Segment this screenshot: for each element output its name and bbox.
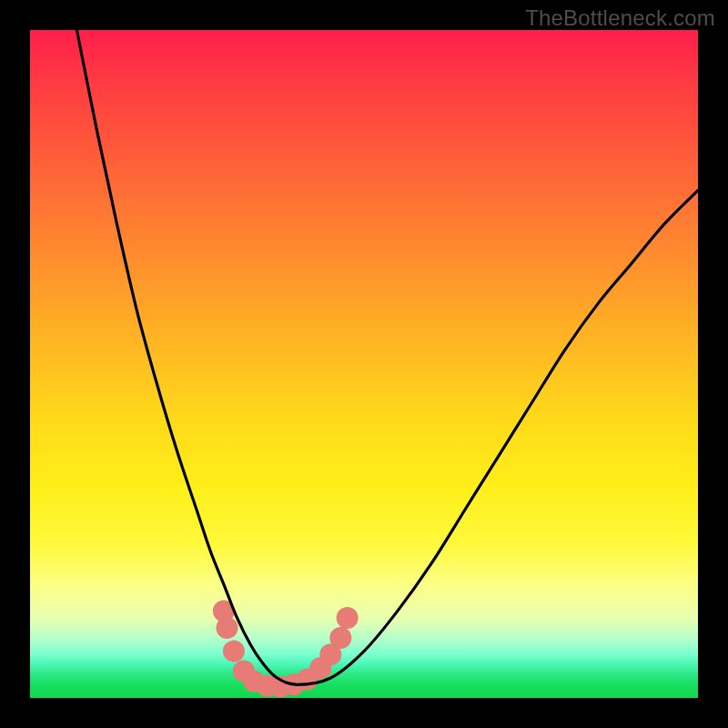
marker-dot [337,607,359,629]
chart-frame: TheBottleneck.com [0,0,728,728]
bottleneck-path [76,30,698,684]
marker-dot [329,627,351,649]
marker-dot [223,641,245,662]
curve-layer [30,30,698,698]
plot-area [30,30,698,698]
marker-dot [217,617,238,639]
watermark-text: TheBottleneck.com [525,5,715,31]
